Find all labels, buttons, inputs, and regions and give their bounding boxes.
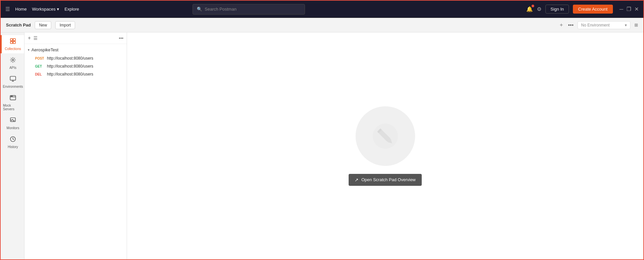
- svg-point-4: [12, 59, 14, 61]
- svg-rect-3: [13, 41, 16, 44]
- request-post[interactable]: POST http://localhost:8080/users: [24, 54, 127, 62]
- svg-rect-2: [11, 41, 13, 44]
- main-content: ↗ Open Scratch Pad Overview: [127, 32, 643, 259]
- sidebar-item-apis[interactable]: APIs: [1, 54, 24, 72]
- new-button[interactable]: New: [35, 21, 51, 29]
- nav-home[interactable]: Home: [15, 7, 27, 12]
- sidebar-item-collections[interactable]: Collections: [1, 35, 24, 53]
- monitors-label: Monitors: [7, 126, 19, 130]
- env-chevron-icon: ▾: [625, 23, 627, 27]
- notification-badge: [532, 5, 534, 7]
- request-post-url: http://localhost:8080/users: [47, 56, 93, 61]
- sidebar-item-history[interactable]: History: [1, 133, 24, 151]
- open-scratch-pad-overview-button[interactable]: ↗ Open Scratch Pad Overview: [349, 174, 421, 186]
- add-collection-icon[interactable]: +: [28, 35, 31, 41]
- history-icon: [10, 136, 16, 144]
- add-tab-icon[interactable]: ＋: [559, 22, 564, 28]
- bell-wrapper: 🔔: [526, 6, 533, 12]
- svg-rect-0: [11, 39, 13, 41]
- window-controls: ─ ❐ ✕: [620, 6, 639, 12]
- sign-in-button[interactable]: Sign In: [545, 5, 569, 14]
- hamburger-icon[interactable]: ☰: [5, 6, 10, 12]
- collections-panel: + ☰ ••• ▾ AerospikeTest POST http://loca…: [24, 32, 127, 259]
- external-link-icon: ↗: [355, 177, 359, 182]
- nav-workspaces[interactable]: Workspaces ▾: [32, 7, 59, 12]
- top-nav: ☰ Home Workspaces ▾ Explore 🔍 Search Pos…: [1, 1, 643, 18]
- env-label: No Environment: [581, 23, 610, 27]
- toolbar: Scratch Pad New Import ＋ ••• No Environm…: [1, 18, 643, 32]
- chevron-down-icon: ▾: [57, 7, 59, 12]
- empty-state-icon: [356, 106, 415, 166]
- open-overview-label: Open Scratch Pad Overview: [361, 177, 415, 182]
- svg-rect-5: [10, 77, 16, 80]
- main-body: Collections APIs Environ: [1, 32, 643, 259]
- apis-icon: [10, 57, 16, 65]
- collection-name: AerospikeTest: [31, 47, 59, 52]
- settings-icon[interactable]: ⚙: [537, 6, 541, 12]
- svg-rect-1: [13, 39, 16, 41]
- sidebar-icons: Collections APIs Environ: [1, 32, 24, 259]
- collection-chevron-icon: ▾: [28, 48, 29, 52]
- svg-point-8: [12, 96, 13, 97]
- create-account-button[interactable]: Create Account: [573, 5, 613, 14]
- method-get-badge: GET: [35, 65, 45, 68]
- svg-point-7: [11, 96, 12, 97]
- apis-label: APIs: [9, 66, 16, 70]
- nav-right: 🔔 ⚙ Sign In Create Account ─ ❐ ✕: [526, 5, 639, 14]
- mock-servers-icon: [10, 94, 16, 103]
- environments-label: Environments: [3, 85, 23, 88]
- collection-tree: ▾ AerospikeTest POST http://localhost:80…: [24, 44, 127, 259]
- search-icon: 🔍: [197, 7, 202, 12]
- collections-label: Collections: [5, 47, 21, 51]
- environment-selector[interactable]: No Environment ▾: [578, 21, 630, 29]
- collection-aerospiketest[interactable]: ▾ AerospikeTest: [24, 45, 127, 54]
- minimize-button[interactable]: ─: [620, 6, 623, 12]
- search-bar[interactable]: 🔍 Search Postman: [193, 4, 305, 15]
- toolbar-right: ＋ ••• No Environment ▾ ⊞: [559, 21, 638, 29]
- history-label: History: [8, 145, 18, 149]
- environments-icon: [10, 76, 16, 84]
- nav-explore[interactable]: Explore: [64, 7, 79, 12]
- restore-button[interactable]: ❐: [626, 6, 631, 12]
- filter-icon[interactable]: ☰: [33, 35, 38, 41]
- monitors-icon: [10, 117, 16, 125]
- method-del-badge: DEL: [35, 73, 45, 76]
- more-options-icon[interactable]: •••: [568, 22, 574, 28]
- panel-toolbar: + ☰ •••: [24, 32, 127, 44]
- request-del-url: http://localhost:8080/users: [47, 72, 93, 77]
- request-del[interactable]: DEL http://localhost:8080/users: [24, 70, 127, 78]
- request-get-url: http://localhost:8080/users: [47, 64, 93, 69]
- env-panel-icon[interactable]: ⊞: [634, 23, 638, 27]
- sidebar-item-mock-servers[interactable]: Mock Servers: [1, 92, 24, 114]
- mock-servers-label: Mock Servers: [3, 104, 23, 111]
- search-placeholder: Search Postman: [205, 7, 236, 12]
- sidebar-item-monitors[interactable]: Monitors: [1, 114, 24, 132]
- close-button[interactable]: ✕: [634, 6, 639, 12]
- sidebar-item-environments[interactable]: Environments: [1, 73, 24, 91]
- import-button[interactable]: Import: [55, 21, 75, 29]
- panel-more-icon[interactable]: •••: [119, 36, 123, 41]
- scratch-pad-title: Scratch Pad: [6, 23, 31, 27]
- collections-icon: [10, 38, 16, 46]
- request-get[interactable]: GET http://localhost:8080/users: [24, 62, 127, 70]
- method-post-badge: POST: [35, 57, 45, 60]
- pencil-svg: [372, 123, 399, 149]
